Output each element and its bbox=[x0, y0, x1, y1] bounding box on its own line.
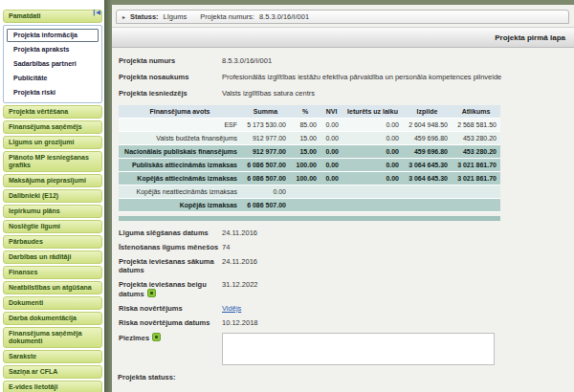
sidebar-item-ligums-un-grozijumi[interactable]: Līgums un grozījumi bbox=[3, 136, 102, 149]
col-header: Izpilde bbox=[403, 105, 452, 119]
field-value: 8.5.3.0/16/I/001 bbox=[222, 56, 566, 65]
sidebar-item-parbaudes[interactable]: Pārbaudes bbox=[3, 235, 102, 249]
col-header: Summa bbox=[241, 105, 290, 119]
details-section: Līguma slēgšanas datums 24.11.2016 Īsten… bbox=[119, 229, 566, 381]
field-projekta-nosaukums: Projekta nosaukums Profesionālās izglītī… bbox=[119, 73, 566, 81]
sidebar-item-fs-dokumenti[interactable]: Finansējuma saņēmēja dokumenti bbox=[3, 327, 102, 348]
page-title: Projekta pirmā lapa bbox=[495, 33, 565, 42]
collapse-sidebar-icon[interactable]: ❙◀ bbox=[92, 9, 99, 15]
finance-table-header: Finansējuma avots Summa % NVI Ieturēts u… bbox=[119, 105, 500, 119]
sidebar-item-projekta-informacija[interactable]: Projekta informācija bbox=[7, 29, 99, 42]
sidebar: ❙◀ Pamatdati Projekta informācija Projek… bbox=[0, 0, 104, 392]
riska-novertejums-link[interactable]: Vidējs bbox=[222, 304, 241, 313]
table-row: ESF5 173 530.0085.000.000.002 604 948.50… bbox=[119, 119, 500, 132]
field-riska-novertejuma-datums: Riska novērtējuma datums 10.12.2018 bbox=[119, 318, 566, 327]
finance-table: Finansējuma avots Summa % NVI Ieturēts u… bbox=[119, 105, 500, 212]
col-header: Ieturēts uz laiku bbox=[342, 105, 403, 119]
info-icon[interactable] bbox=[152, 333, 161, 341]
col-header: Atlikums bbox=[452, 105, 500, 119]
project-status-label: Projekta statuss: bbox=[118, 373, 566, 381]
sidebar-item-noslegtie-ligumi[interactable]: Noslēgtie līgumi bbox=[3, 220, 102, 233]
page-title-bar: Projekta pirmā lapa bbox=[112, 27, 574, 48]
field-ieviesanas-beigu-datums: Projekta ieviešanas beigu datums 31.12.2… bbox=[119, 280, 566, 298]
sidebar-item-e-vides-lietotaji[interactable]: E-vides lietotāji bbox=[3, 381, 102, 392]
field-value: Profesionālās izglītības iestāžu efektīv… bbox=[222, 73, 566, 81]
notes-textarea[interactable] bbox=[222, 333, 495, 365]
sidebar-item-publicitate[interactable]: Publicitāte bbox=[7, 72, 99, 85]
field-riska-novertejums: Riska novērtējums Vidējs bbox=[119, 304, 566, 313]
table-row: Kopējās izmaksas6 086 507.00 bbox=[119, 199, 500, 212]
sidebar-item-finanses[interactable]: Finanses bbox=[3, 266, 102, 279]
project-number-label: Projekta numurs: bbox=[200, 12, 254, 21]
page: ❙◀ Pamatdati Projekta informācija Projek… bbox=[0, 0, 574, 392]
sidebar-item-finansejuma-sanemejs[interactable]: Finansējuma saņēmējs bbox=[3, 120, 102, 134]
field-projekta-numurs: Projekta numurs 8.5.3.0/16/I/001 bbox=[119, 56, 566, 65]
status-value: Līgums bbox=[164, 12, 188, 21]
field-liguma-slegsanas-datums: Līguma slēgšanas datums 24.11.2016 bbox=[119, 229, 566, 237]
status-bar: ▸ Statuss: Līgums Projekta numurs: 8.5.3… bbox=[116, 10, 569, 24]
sidebar-item-darba-dokumentacija[interactable]: Darba dokumentācija bbox=[3, 312, 102, 325]
sidebar-item-projekta-apraksts[interactable]: Projekta apraksts bbox=[7, 43, 99, 56]
main-panel: ▸ Statuss: Līgums Projekta numurs: 8.5.3… bbox=[112, 0, 574, 392]
sidebar-item-projekta-vertesana[interactable]: Projekta vērtēšana bbox=[3, 105, 102, 119]
table-row: Kopējās attiecināmās izmaksas6 086 507.0… bbox=[119, 172, 500, 185]
field-istenosanas-ilgums: Īstenošanas ilgums mēnešos 74 bbox=[119, 243, 566, 251]
sidebar-item-iepirkumu-plans[interactable]: Iepirkumu plāns bbox=[3, 205, 102, 218]
finance-table-footer-strip bbox=[119, 216, 500, 221]
table-row: Valsts budžeta finansējums912 977.0015.0… bbox=[119, 132, 500, 145]
sidebar-item-darbibas-un-raditaji[interactable]: Darbības un rādītāji bbox=[3, 250, 102, 264]
info-icon[interactable] bbox=[147, 289, 156, 297]
sidebar-item-dalibnieki-e12[interactable]: Dalībnieki (E12) bbox=[3, 189, 102, 203]
project-number-value: 8.5.3.0/16/I/001 bbox=[259, 12, 309, 21]
field-label: Projekta iesniedzējs bbox=[119, 89, 222, 98]
sidebar-group-pamatdati[interactable]: Pamatdati bbox=[3, 10, 102, 23]
sidebar-item-maksajuma-pieprasijumi[interactable]: Maksājuma pieprasījumi bbox=[3, 174, 102, 187]
col-header: NVI bbox=[320, 105, 342, 119]
field-projekta-iesniedzejs: Projekta iesniedzējs Valsts izglītības s… bbox=[119, 89, 566, 98]
sidebar-item-sarakste[interactable]: Sarakste bbox=[3, 350, 102, 363]
sidebar-item-planoto-mp-grafiks[interactable]: Plānoto MP iesniegšanas grafiks bbox=[3, 151, 102, 172]
table-row: Kopējās neattiecināmās izmaksas0.00 bbox=[119, 185, 500, 199]
sidebar-divider bbox=[104, 0, 112, 392]
sidebar-collapse-bar: ❙◀ bbox=[3, 1, 102, 10]
sidebar-item-neatbilstibas-un-atgusana[interactable]: Neatbilstības un atgūšana bbox=[3, 281, 102, 294]
field-piezimes: Piezīmes bbox=[119, 333, 566, 367]
col-header: Finansējuma avots bbox=[119, 105, 241, 119]
expand-status-icon[interactable]: ▸ bbox=[122, 13, 125, 20]
sidebar-item-projekta-riski[interactable]: Projekta riski bbox=[7, 86, 99, 99]
content: Projekta numurs 8.5.3.0/16/I/001 Projekt… bbox=[112, 48, 574, 381]
field-ieviesanas-sakuma-datums: Projekta ieviešanas sākuma datums 24.11.… bbox=[119, 257, 566, 274]
sidebar-subpanel: Projekta informācija Projekta apraksts S… bbox=[3, 25, 102, 103]
field-value: Valsts izglītības satura centrs bbox=[222, 89, 566, 98]
top-frame-strip bbox=[112, 0, 574, 5]
table-row: Nacionālais publiskais finansējums912 97… bbox=[119, 145, 500, 159]
status-label: Statuss: bbox=[130, 12, 159, 21]
sidebar-item-sadarbibas-partneri[interactable]: Sadarbības partneri bbox=[7, 57, 99, 71]
field-label: Projekta numurs bbox=[119, 56, 222, 65]
col-header: % bbox=[290, 105, 320, 119]
table-row: Publiskās attiecināmās izmaksas6 086 507… bbox=[119, 159, 500, 172]
sidebar-item-dokumenti[interactable]: Dokumenti bbox=[3, 296, 102, 310]
field-label: Projekta nosaukums bbox=[119, 73, 222, 81]
sidebar-item-sazina-ar-cfla[interactable]: Saziņa ar CFLA bbox=[3, 365, 102, 379]
